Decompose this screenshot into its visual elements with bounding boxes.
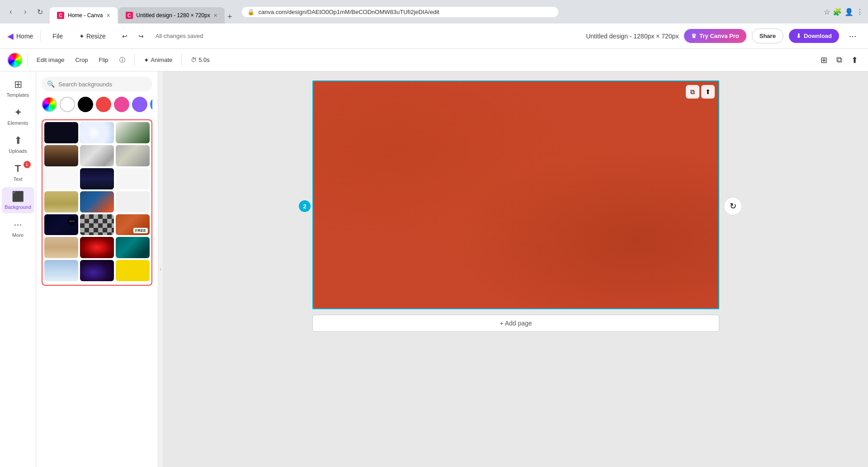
design-title: Untitled design - 1280px × 720px <box>586 33 679 40</box>
bg-row-5: ··· FREE <box>44 214 150 236</box>
bg-thumbnail-18[interactable] <box>116 237 150 258</box>
search-input[interactable] <box>58 81 147 88</box>
url-text: canva.com/design/DAEtO0Op1mM/BeCODnOMW83… <box>258 9 439 15</box>
bg-thumbnail-10[interactable] <box>44 191 78 212</box>
file-menu-button[interactable]: File <box>48 30 67 42</box>
resize-label: Resize <box>86 33 106 40</box>
magic-wand-button[interactable]: ⊞ <box>818 52 830 68</box>
browser-tab-home[interactable]: C Home - Canva × <box>50 7 118 24</box>
tab-favicon-home: C <box>57 12 64 19</box>
tab-favicon-design: C <box>126 12 133 19</box>
redo-button[interactable]: ↪ <box>134 30 148 42</box>
canvas-refresh-button[interactable]: ↻ <box>724 197 742 215</box>
address-bar[interactable]: 🔒 canva.com/design/DAEtO0Op1mM/BeCODnOMW… <box>242 7 558 17</box>
more-dots-icon: ··· <box>849 31 857 41</box>
bg-thumbnail-12[interactable] <box>116 191 150 212</box>
design-canvas[interactable]: ⧉ ⬆ <box>312 80 719 309</box>
sidebar-item-uploads[interactable]: ⬆ Uploads <box>2 131 34 157</box>
try-canva-pro-button[interactable]: ♛ Try Canva Pro <box>684 29 746 43</box>
bg-thumbnail-2[interactable] <box>80 122 114 143</box>
canvas-action-icons: ⧉ ⬆ <box>686 85 715 99</box>
sidebar-item-background[interactable]: ⬛ Background <box>2 187 34 213</box>
crop-button[interactable]: Crop <box>71 54 92 66</box>
bg-thumbnail-11[interactable] <box>80 191 114 212</box>
color-swatch-pink[interactable] <box>114 97 129 112</box>
bg-thumbnail-19[interactable] <box>44 260 78 281</box>
bg-thumbnail-14[interactable] <box>80 214 114 236</box>
sidebar-item-templates[interactable]: ⊞ Templates <box>2 75 34 101</box>
back-button[interactable]: ‹ <box>5 5 17 18</box>
resize-button[interactable]: ✦ Resize <box>75 30 110 42</box>
bg-thumbnail-3[interactable] <box>116 122 150 143</box>
canvas-export-button[interactable]: ⬆ <box>701 85 715 99</box>
uploads-label: Uploads <box>9 148 27 154</box>
share-button[interactable]: Share <box>752 28 783 43</box>
upload-icon-button[interactable]: ⬆ <box>849 52 861 68</box>
templates-icon: ⊞ <box>14 79 22 90</box>
image-toolbar: Edit image Crop Flip ⓘ ✦ Animate ⏱ 5.0s … <box>0 49 868 71</box>
new-tab-button[interactable]: + <box>226 10 234 24</box>
undo-button[interactable]: ↩ <box>118 30 132 42</box>
download-button[interactable]: ⬇ Download <box>789 29 839 43</box>
info-button[interactable]: ⓘ <box>115 53 130 67</box>
account-button[interactable]: 👤 <box>844 8 854 16</box>
header-more-button[interactable]: ··· <box>844 28 861 44</box>
browser-tabs: C Home - Canva × C Untitled design - 128… <box>50 0 234 24</box>
timer-button[interactable]: ⏱ 5.0s <box>186 54 214 66</box>
main-layout: ⊞ Templates ✦ Elements ⬆ Uploads T 1 Tex… <box>0 71 868 467</box>
bg-thumbnail-15[interactable]: FREE <box>116 214 150 236</box>
panel-collapse-handle[interactable]: ‹ <box>158 71 164 467</box>
crop-label: Crop <box>75 57 88 63</box>
color-picker-button[interactable] <box>7 52 23 68</box>
color-gradient-swatch[interactable] <box>42 97 57 112</box>
sidebar-item-elements[interactable]: ✦ Elements <box>2 103 34 129</box>
bg-thumbnail-16[interactable] <box>44 237 78 258</box>
canva-logo: ◀ <box>7 31 14 41</box>
bg-thumbnail-1[interactable] <box>44 122 78 143</box>
bg-thumbnail-8[interactable] <box>80 168 114 189</box>
color-swatch-blue[interactable] <box>150 97 152 112</box>
forward-button[interactable]: › <box>19 5 32 18</box>
bookmark-button[interactable]: ☆ <box>824 8 830 16</box>
app-header: ◀ Home File ✦ Resize ↩ ↪ All changes sav… <box>0 24 868 49</box>
edit-image-button[interactable]: Edit image <box>32 54 69 66</box>
canvas-area: 2 ⧉ ⬆ ↻ + Add page <box>164 71 868 467</box>
bg-thumbnail-6[interactable] <box>116 145 150 166</box>
extensions-button[interactable]: 🧩 <box>833 8 842 16</box>
bg-thumbnail-17[interactable] <box>80 237 114 258</box>
browser-menu-button[interactable]: ⋮ <box>856 8 863 16</box>
flip-button[interactable]: Flip <box>94 54 113 66</box>
animate-button[interactable]: ✦ Animate <box>139 54 177 66</box>
color-swatch-black[interactable] <box>78 97 93 112</box>
reload-button[interactable]: ↻ <box>33 5 46 18</box>
more-options-icon[interactable]: ··· <box>67 216 76 225</box>
file-label: File <box>52 33 63 40</box>
color-swatch-red[interactable] <box>96 97 111 112</box>
browser-navigation: ‹ › ↻ <box>5 5 46 18</box>
tab-label-home: Home - Canva <box>68 12 103 19</box>
bg-thumbnail-4[interactable] <box>44 145 78 166</box>
sidebar-item-text[interactable]: T 1 Text <box>2 159 34 185</box>
color-swatch-white[interactable] <box>60 97 75 112</box>
bg-thumbnail-13[interactable]: ··· <box>44 214 78 236</box>
toolbar-right: ⊞ ⧉ ⬆ <box>818 52 861 68</box>
bg-thumbnail-9[interactable] <box>116 168 150 189</box>
sidebar-item-more[interactable]: ··· More <box>2 215 34 241</box>
bg-thumbnail-20[interactable] <box>80 260 114 281</box>
search-bar[interactable]: 🔍 <box>42 77 152 91</box>
search-icon: 🔍 <box>47 80 55 88</box>
color-swatch-purple[interactable] <box>132 97 147 112</box>
browser-tab-design[interactable]: C Untitled design - 1280 × 720px × <box>118 7 225 24</box>
bg-thumbnail-7[interactable] <box>44 168 78 189</box>
position-button[interactable]: ⧉ <box>834 52 845 67</box>
bg-thumbnail-21[interactable] <box>116 260 150 281</box>
text-icon: T <box>15 163 21 175</box>
timer-icon: ⏱ <box>191 57 197 63</box>
tab-close-design[interactable]: × <box>214 12 217 19</box>
canvas-copy-button[interactable]: ⧉ <box>686 85 699 99</box>
home-button[interactable]: ◀ Home <box>7 31 33 41</box>
bg-thumbnail-5[interactable] <box>80 145 114 166</box>
add-page-button[interactable]: + Add page <box>312 315 719 332</box>
tab-close-home[interactable]: × <box>106 12 110 19</box>
text-badge: 1 <box>24 161 31 168</box>
